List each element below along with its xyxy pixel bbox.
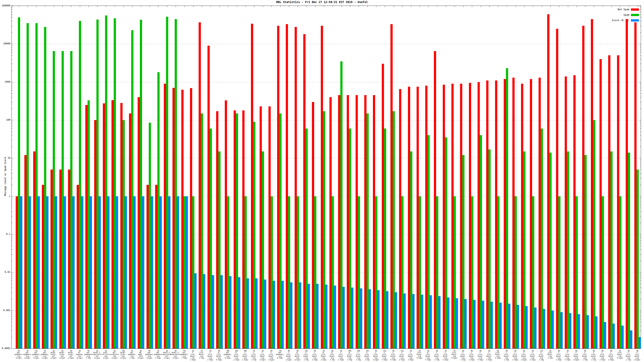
bar-red: [452, 84, 454, 349]
x-tick: [576, 6, 577, 7]
x-tick: [585, 347, 586, 349]
y-minor-tick: [12, 312, 12, 312]
legend-label: Score (0..1): [612, 19, 629, 22]
y-minor-tick: [12, 316, 12, 317]
x-tick: [280, 347, 280, 349]
x-tick: [289, 347, 289, 349]
x-tick: [123, 347, 124, 349]
bar-blue: [247, 278, 249, 349]
bar-group: [311, 6, 320, 349]
bar-green: [349, 128, 351, 349]
legend-item: Not Spam: [612, 8, 639, 11]
bar-red: [634, 22, 636, 349]
bar-group: [476, 6, 485, 349]
bar-group: [450, 6, 459, 349]
bar-group: [14, 6, 23, 349]
bar-group: [633, 6, 642, 349]
bar-blue: [500, 303, 502, 349]
bar-red: [504, 79, 506, 349]
bar-green: [393, 111, 395, 349]
bar-group: [67, 6, 76, 349]
y-minor-tick: [12, 128, 12, 129]
x-tick: [428, 6, 429, 7]
x-tick: [184, 6, 184, 7]
bar-red: [277, 26, 279, 349]
y-minor-tick: [12, 46, 12, 46]
y-minor-tick: [12, 102, 12, 102]
bar-green: [514, 196, 517, 349]
bar-group: [598, 6, 607, 349]
bar-green: [201, 113, 203, 349]
bar-group: [346, 6, 354, 349]
bar-group: [380, 6, 389, 349]
bar-green: [401, 196, 404, 349]
bar-red: [112, 100, 114, 349]
y-minor-tick: [12, 126, 12, 126]
bar-red: [50, 170, 53, 349]
y-minor-tick: [12, 14, 12, 14]
bar-green: [506, 68, 508, 349]
x-tick: [516, 347, 516, 349]
x-tick: [167, 6, 167, 7]
x-tick: [385, 6, 385, 7]
bar-group: [581, 6, 590, 349]
bar-red: [321, 26, 323, 349]
bar-red: [216, 111, 218, 349]
y-tick-label: 0.001: [3, 309, 10, 312]
x-tick: [280, 6, 280, 7]
bar-green: [175, 19, 177, 349]
y-minor-tick: [12, 238, 12, 238]
bar-red: [356, 95, 358, 349]
bar-red: [521, 84, 523, 349]
bar-group: [354, 6, 363, 349]
bar-red: [364, 95, 366, 349]
y-minor-tick: [12, 326, 12, 326]
bar-red: [24, 155, 26, 349]
y-tick-label: 10000: [3, 42, 10, 45]
bar-red: [295, 27, 297, 349]
bar-green: [480, 135, 482, 349]
x-tick: [368, 347, 368, 349]
bar-green: [166, 17, 168, 349]
x-tick: [123, 6, 124, 7]
y-minor-tick: [12, 140, 12, 140]
bar-green: [131, 30, 134, 349]
x-tick: [324, 6, 324, 7]
chart-page: RBL Statistics - Fri Dec 27 12:58:31 EST…: [0, 0, 644, 362]
bar-blue: [299, 282, 301, 349]
bar-red: [181, 90, 184, 349]
y-tick-label: 0.0001: [2, 347, 10, 350]
x-tick: [507, 6, 507, 7]
bar-blue: [151, 196, 153, 349]
y-minor-tick: [12, 122, 12, 122]
bar-group: [102, 6, 110, 349]
bar-green: [358, 196, 360, 349]
bar-group: [389, 6, 398, 349]
bar-green: [375, 196, 377, 349]
bar-green: [114, 18, 116, 349]
bar-blue: [29, 196, 31, 349]
bar-blue: [517, 305, 519, 349]
y-minor-tick: [12, 88, 12, 88]
bar-green: [550, 153, 552, 349]
bar-group: [189, 6, 198, 349]
bar-group: [232, 6, 241, 349]
bar-blue: [81, 196, 83, 349]
bar-blue: [464, 299, 467, 349]
bar-green: [227, 196, 229, 349]
bar-green: [306, 128, 308, 349]
x-tick: [158, 6, 158, 7]
y-minor-tick: [12, 288, 12, 288]
y-minor-tick: [12, 216, 12, 216]
bar-blue: [526, 306, 528, 349]
bar-group: [76, 6, 84, 349]
bar-blue: [360, 288, 362, 349]
x-tick: [88, 347, 89, 349]
bar-green: [567, 151, 569, 349]
y-tick-label: 0.1: [6, 233, 10, 236]
bar-blue: [430, 295, 432, 349]
x-tick: [559, 6, 559, 7]
bar-blue: [612, 324, 615, 349]
bar-green: [636, 170, 639, 349]
y-minor-tick: [12, 26, 12, 26]
